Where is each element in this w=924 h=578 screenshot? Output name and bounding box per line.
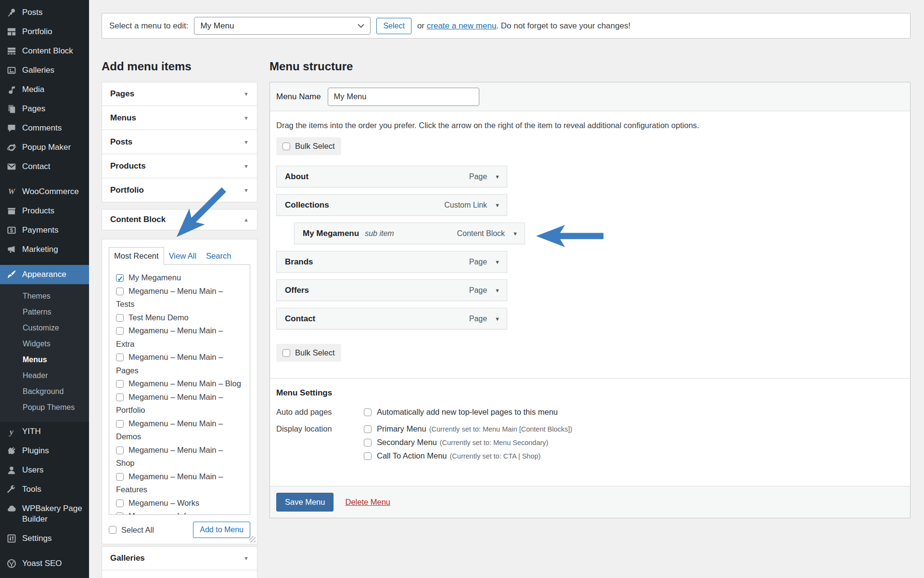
content-block-option-megamenu-menu-main-extra[interactable]: Megamenu – Menu Main – Extra: [116, 324, 243, 351]
checkbox-icon[interactable]: [116, 380, 124, 388]
sidebar-item-wpbakery-page-builder[interactable]: WPBakery Page Builder: [0, 499, 89, 529]
content-block-option-megamenu-menu-main-features[interactable]: Megamenu – Menu Main – Features: [116, 470, 243, 497]
checkbox-icon[interactable]: [116, 420, 124, 428]
sidebar-item-settings[interactable]: Settings: [0, 529, 89, 548]
add-to-menu-button[interactable]: Add to Menu: [193, 522, 250, 538]
sidebar-item-marketing[interactable]: Marketing: [0, 240, 89, 259]
sidebar-subitem-patterns[interactable]: Patterns: [0, 304, 89, 320]
sidebar-item-tools[interactable]: Tools: [0, 480, 89, 499]
delete-menu-link[interactable]: Delete Menu: [345, 498, 390, 507]
content-block-option-megamenu-info[interactable]: Megamenu – Info: [116, 510, 243, 515]
display-location-call-to-action-menu[interactable]: Call To Action Menu(Currently set to: CT…: [364, 451, 572, 460]
select-all-option[interactable]: Select All: [109, 525, 154, 535]
menu-item-bar-about[interactable]: AboutPage: [276, 166, 507, 187]
auto-add-pages-option[interactable]: Automatically add new top-level pages to…: [364, 407, 558, 417]
save-menu-button[interactable]: Save Menu: [276, 493, 334, 512]
checkbox-icon[interactable]: [116, 288, 124, 295]
checkbox-icon[interactable]: [364, 408, 372, 416]
resize-handle-icon[interactable]: [249, 536, 256, 542]
checkbox-icon[interactable]: [364, 439, 372, 447]
checkbox-icon[interactable]: [116, 314, 124, 322]
menu-name-input[interactable]: [328, 88, 479, 106]
bulk-select-option-bottom[interactable]: Bulk Select: [276, 344, 341, 362]
sidebar-item-label: Popup Maker: [22, 142, 71, 153]
checkbox-icon[interactable]: [282, 349, 290, 357]
checkbox-icon[interactable]: [364, 452, 372, 460]
accordion-section-galleries[interactable]: Galleries: [102, 546, 257, 570]
content-block-option-megamenu-menu-main-blog[interactable]: Megamenu – Menu Main – Blog: [116, 377, 243, 391]
content-block-option-megamenu-menu-main-portfolio[interactable]: Megamenu – Menu Main – Portfolio: [116, 391, 243, 417]
checkbox-checked-icon[interactable]: [116, 274, 124, 282]
accordion-section-portfolio[interactable]: Portfolio: [102, 178, 257, 202]
checkbox-icon[interactable]: [116, 473, 124, 481]
content-block-option-megamenu-menu-main-demos[interactable]: Megamenu – Menu Main – Demos: [116, 417, 243, 444]
sidebar-item-portfolio[interactable]: Portfolio: [0, 22, 89, 41]
create-new-menu-link[interactable]: create a new menu: [427, 21, 497, 30]
sidebar-item-posts[interactable]: Posts: [0, 3, 89, 22]
sidebar-item-yith[interactable]: yYITH: [0, 422, 89, 441]
sidebar-item-payments[interactable]: $Payments: [0, 221, 89, 240]
menu-item-bar-offers[interactable]: OffersPage: [276, 279, 507, 301]
select-button[interactable]: Select: [376, 18, 411, 34]
sidebar-subitem-customize[interactable]: Customize: [0, 320, 89, 336]
menu-item-bar-collections[interactable]: CollectionsCustom Link: [276, 194, 507, 216]
checkbox-icon[interactable]: [109, 526, 116, 534]
sidebar-item-plugins[interactable]: Plugins: [0, 441, 89, 460]
menu-select-dropdown[interactable]: My Menu: [194, 17, 371, 35]
checkbox-icon[interactable]: [116, 447, 124, 454]
bulk-select-option-top[interactable]: Bulk Select: [276, 137, 341, 155]
accordion-section-pages[interactable]: Pages: [102, 82, 257, 106]
checkbox-icon[interactable]: [364, 425, 372, 433]
accordion-section-content-block[interactable]: Content Block: [102, 209, 257, 230]
sidebar-item-popup-maker[interactable]: Popup Maker: [0, 138, 89, 157]
sidebar-subitem-widgets[interactable]: Widgets: [0, 336, 89, 352]
content-block-option-megamenu-works[interactable]: Megamenu – Works: [116, 497, 243, 510]
item-toggle-icon[interactable]: [513, 231, 518, 236]
sidebar-item-content-block[interactable]: Content Block: [0, 41, 89, 61]
sidebar-subitem-menus[interactable]: Menus: [0, 352, 89, 368]
accordion-section-posts[interactable]: Posts: [102, 130, 257, 154]
content-block-option-megamenu-menu-main-shop[interactable]: Megamenu – Menu Main – Shop: [116, 444, 243, 470]
sidebar-subitem-popup-themes[interactable]: Popup Themes: [0, 399, 89, 415]
display-location-secondary-menu[interactable]: Secondary Menu(Currently set to: Menu Se…: [364, 438, 572, 447]
checkbox-icon[interactable]: [116, 354, 124, 361]
sidebar-item-woocommerce[interactable]: WWooCommerce: [0, 182, 89, 201]
tab-view-all[interactable]: View All: [164, 248, 201, 264]
checkbox-icon[interactable]: [116, 499, 124, 507]
sidebar-item-label: Settings: [22, 533, 51, 544]
sidebar-item-contact[interactable]: Contact: [0, 157, 89, 176]
display-location-primary-menu[interactable]: Primary Menu(Currently set to: Menu Main…: [364, 424, 572, 434]
checkbox-icon[interactable]: [282, 143, 290, 150]
item-toggle-icon[interactable]: [495, 259, 500, 265]
checkbox-icon[interactable]: [116, 394, 124, 401]
item-toggle-icon[interactable]: [495, 174, 500, 180]
item-toggle-icon[interactable]: [495, 288, 500, 293]
sidebar-item-media[interactable]: Media: [0, 80, 89, 99]
sidebar-subitem-header[interactable]: Header: [0, 368, 89, 383]
content-block-option-test-menu-demo[interactable]: Test Menu Demo: [116, 311, 243, 325]
sidebar-item-yoast-seo[interactable]: Yoast SEO: [0, 554, 89, 573]
sidebar-item-products[interactable]: Products: [0, 201, 89, 221]
menu-item-bar-brands[interactable]: BrandsPage: [276, 251, 507, 273]
sidebar-item-pages[interactable]: Pages: [0, 99, 89, 118]
accordion-section-products[interactable]: Products: [102, 154, 257, 178]
sidebar-item-appearance[interactable]: Appearance: [0, 265, 89, 284]
checkbox-icon[interactable]: [116, 327, 124, 335]
content-block-option-megamenu-menu-main-pages[interactable]: Megamenu – Menu Main – Pages: [116, 351, 243, 377]
checkbox-icon[interactable]: [116, 512, 124, 515]
tab-most-recent[interactable]: Most Recent: [109, 247, 164, 265]
sidebar-item-users[interactable]: Users: [0, 460, 89, 480]
sidebar-subitem-background[interactable]: Background: [0, 383, 89, 399]
accordion-section-menus[interactable]: Menus: [102, 106, 257, 130]
sidebar-item-comments[interactable]: Comments: [0, 118, 89, 138]
sidebar-subitem-themes[interactable]: Themes: [0, 288, 89, 304]
menu-item-bar-my-megamenu[interactable]: My Megamenusub itemContent Block: [294, 223, 525, 244]
sidebar-item-avatars[interactable]: Avatars: [0, 573, 89, 578]
content-block-option-my-megamenu[interactable]: My Megamenu: [116, 271, 243, 285]
sidebar-item-galleries[interactable]: Galleries: [0, 61, 89, 80]
item-toggle-icon[interactable]: [495, 202, 500, 208]
item-toggle-icon[interactable]: [495, 316, 500, 322]
menu-item-bar-contact[interactable]: ContactPage: [276, 308, 507, 329]
tab-search[interactable]: Search: [201, 248, 236, 264]
content-block-option-megamenu-menu-main-tests[interactable]: Megamenu – Menu Main – Tests: [116, 285, 243, 311]
